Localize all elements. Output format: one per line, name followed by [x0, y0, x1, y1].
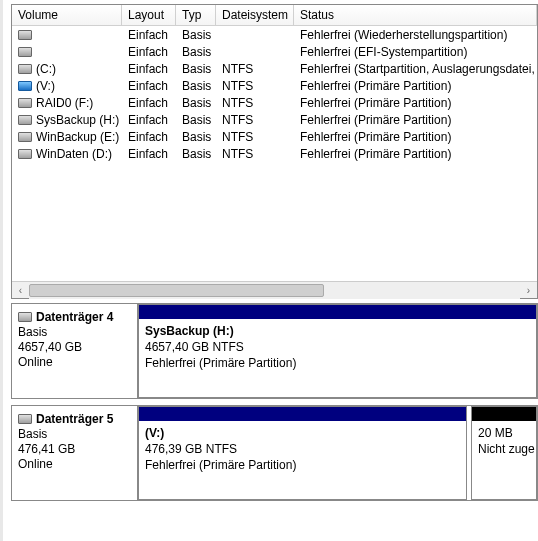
cell-type: Basis	[176, 96, 216, 110]
disk-icon	[18, 81, 32, 91]
cell-layout: Einfach	[122, 147, 176, 161]
cell-status: Fehlerfrei (Wiederherstellungspartition)	[294, 28, 537, 42]
volume-name: RAID0 (F:)	[36, 96, 93, 110]
volume-name: (V:)	[36, 79, 55, 93]
disk-icon	[18, 149, 32, 159]
cell-status: Fehlerfrei (Primäre Partition)	[294, 96, 537, 110]
disk-partitions: SysBackup (H:) 4657,40 GB NTFS Fehlerfre…	[138, 304, 537, 398]
table-row[interactable]: RAID0 (F:) Einfach Basis NTFS Fehlerfrei…	[12, 94, 537, 111]
disk-icon	[18, 98, 32, 108]
scroll-track[interactable]	[29, 282, 520, 299]
disk-partitions: (V:) 476,39 GB NTFS Fehlerfrei (Primäre …	[138, 406, 537, 500]
table-row[interactable]: Einfach Basis Fehlerfrei (Wiederherstell…	[12, 26, 537, 43]
partition-bar	[139, 305, 536, 319]
partition-bar	[139, 407, 466, 421]
cell-type: Basis	[176, 147, 216, 161]
disk-icon	[18, 132, 32, 142]
partition[interactable]: 20 MB Nicht zuge	[471, 406, 537, 500]
partition[interactable]: (V:) 476,39 GB NTFS Fehlerfrei (Primäre …	[138, 406, 467, 500]
disk-info[interactable]: Datenträger 5 Basis 476,41 GB Online	[12, 406, 138, 500]
partition-status: Fehlerfrei (Primäre Partition)	[145, 457, 460, 473]
partition-body: 20 MB Nicht zuge	[472, 421, 536, 463]
cell-status: Fehlerfrei (EFI-Systempartition)	[294, 45, 537, 59]
horizontal-scrollbar[interactable]: ‹ ›	[12, 281, 537, 298]
disk-graphic-pane: Datenträger 4 Basis 4657,40 GB Online Sy…	[11, 303, 538, 501]
partition[interactable]: SysBackup (H:) 4657,40 GB NTFS Fehlerfre…	[138, 304, 537, 398]
disk-type: Basis	[18, 427, 131, 441]
cell-layout: Einfach	[122, 113, 176, 127]
partition-size: 4657,40 GB NTFS	[145, 339, 530, 355]
table-row[interactable]: (C:) Einfach Basis NTFS Fehlerfrei (Star…	[12, 60, 537, 77]
disk-title: Datenträger 4	[18, 310, 131, 324]
cell-layout: Einfach	[122, 96, 176, 110]
disk-icon	[18, 414, 32, 424]
volume-name: WinDaten (D:)	[36, 147, 112, 161]
disk-state: Online	[18, 457, 131, 471]
cell-type: Basis	[176, 28, 216, 42]
partition-status: Fehlerfrei (Primäre Partition)	[145, 355, 530, 371]
partition-name: SysBackup (H:)	[145, 323, 530, 339]
partition-strip: (V:) 476,39 GB NTFS Fehlerfrei (Primäre …	[138, 406, 537, 500]
cell-layout: Einfach	[122, 62, 176, 76]
disk-state: Online	[18, 355, 131, 369]
column-header-filesystem[interactable]: Dateisystem	[216, 5, 294, 25]
cell-layout: Einfach	[122, 45, 176, 59]
scroll-thumb[interactable]	[29, 284, 324, 297]
column-header-type[interactable]: Typ	[176, 5, 216, 25]
cell-status: Fehlerfrei (Startpartition, Auslagerungs…	[294, 62, 537, 76]
column-header-layout[interactable]: Layout	[122, 5, 176, 25]
column-header-volume[interactable]: Volume	[12, 5, 122, 25]
table-row[interactable]: WinBackup (E:) Einfach Basis NTFS Fehler…	[12, 128, 537, 145]
cell-filesystem: NTFS	[216, 113, 294, 127]
disk-type: Basis	[18, 325, 131, 339]
column-header-status[interactable]: Status	[294, 5, 537, 25]
partition-bar	[472, 407, 536, 421]
table-row[interactable]: (V:) Einfach Basis NTFS Fehlerfrei (Prim…	[12, 77, 537, 94]
partition-status: Nicht zuge	[478, 441, 530, 457]
disk-icon	[18, 64, 32, 74]
disk-title-text: Datenträger 4	[36, 310, 113, 324]
partition-size: 20 MB	[478, 425, 530, 441]
cell-type: Basis	[176, 113, 216, 127]
partition-size: 476,39 GB NTFS	[145, 441, 460, 457]
volume-name: WinBackup (E:)	[36, 130, 119, 144]
volume-name: (C:)	[36, 62, 56, 76]
disk-size: 476,41 GB	[18, 442, 131, 456]
disk-size: 4657,40 GB	[18, 340, 131, 354]
partition-strip: SysBackup (H:) 4657,40 GB NTFS Fehlerfre…	[138, 304, 537, 398]
partition-body: (V:) 476,39 GB NTFS Fehlerfrei (Primäre …	[139, 421, 466, 480]
cell-filesystem: NTFS	[216, 79, 294, 93]
cell-filesystem: NTFS	[216, 96, 294, 110]
disk-icon	[18, 115, 32, 125]
volume-rows: Einfach Basis Fehlerfrei (Wiederherstell…	[12, 26, 537, 281]
cell-type: Basis	[176, 79, 216, 93]
scroll-left-icon[interactable]: ‹	[12, 282, 29, 299]
disk-title: Datenträger 5	[18, 412, 131, 426]
cell-status: Fehlerfrei (Primäre Partition)	[294, 79, 537, 93]
cell-status: Fehlerfrei (Primäre Partition)	[294, 147, 537, 161]
cell-status: Fehlerfrei (Primäre Partition)	[294, 130, 537, 144]
disk-icon	[18, 30, 32, 40]
volume-name: SysBackup (H:)	[36, 113, 119, 127]
cell-type: Basis	[176, 130, 216, 144]
scroll-right-icon[interactable]: ›	[520, 282, 537, 299]
disk-icon	[18, 47, 32, 57]
cell-filesystem: NTFS	[216, 130, 294, 144]
table-row[interactable]: SysBackup (H:) Einfach Basis NTFS Fehler…	[12, 111, 537, 128]
table-row[interactable]: WinDaten (D:) Einfach Basis NTFS Fehlerf…	[12, 145, 537, 162]
cell-layout: Einfach	[122, 28, 176, 42]
disk-info[interactable]: Datenträger 4 Basis 4657,40 GB Online	[12, 304, 138, 398]
cell-status: Fehlerfrei (Primäre Partition)	[294, 113, 537, 127]
disk-icon	[18, 312, 32, 322]
disk-block: Datenträger 4 Basis 4657,40 GB Online Sy…	[11, 303, 538, 399]
volume-list-pane: Volume Layout Typ Dateisystem Status Ein…	[11, 4, 538, 299]
cell-type: Basis	[176, 62, 216, 76]
volume-list-header: Volume Layout Typ Dateisystem Status	[12, 5, 537, 26]
table-row[interactable]: Einfach Basis Fehlerfrei (EFI-Systempart…	[12, 43, 537, 60]
disk-title-text: Datenträger 5	[36, 412, 113, 426]
cell-layout: Einfach	[122, 79, 176, 93]
partition-body: SysBackup (H:) 4657,40 GB NTFS Fehlerfre…	[139, 319, 536, 378]
disk-block: Datenträger 5 Basis 476,41 GB Online (V:…	[11, 405, 538, 501]
cell-filesystem: NTFS	[216, 147, 294, 161]
cell-filesystem: NTFS	[216, 62, 294, 76]
